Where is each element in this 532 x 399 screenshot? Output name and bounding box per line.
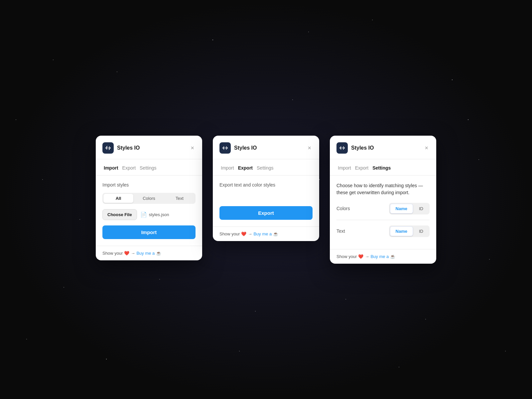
footer-heart-import: ❤️ bbox=[124, 251, 129, 256]
file-row: Choose File 📄 styles.json bbox=[102, 209, 196, 220]
tabs-import: Import Export Settings bbox=[96, 159, 202, 176]
app-icon bbox=[102, 142, 114, 154]
tabs-export: Import Export Settings bbox=[213, 159, 319, 176]
file-info: 📄 styles.json bbox=[140, 211, 169, 218]
footer-arrow-settings: → bbox=[365, 254, 369, 259]
styles-io-icon-settings bbox=[339, 145, 345, 151]
panels-container: Styles IO × Import Export Settings Impor… bbox=[96, 136, 436, 264]
import-panel: Styles IO × Import Export Settings Impor… bbox=[96, 136, 202, 260]
footer-text-export: Show your bbox=[219, 231, 240, 236]
settings-panel: Styles IO × Import Export Settings Choos… bbox=[330, 136, 436, 264]
text-label: Text bbox=[336, 228, 345, 234]
styles-io-icon bbox=[105, 145, 111, 151]
tab-export-settings[interactable]: Export bbox=[354, 165, 370, 171]
tab-export[interactable]: Export bbox=[121, 165, 137, 171]
text-settings-row: Text Name ID bbox=[336, 225, 430, 237]
footer-text-import: Show your bbox=[102, 251, 123, 256]
text-id-btn[interactable]: ID bbox=[414, 226, 429, 236]
settings-description: Choose how to identify matching styles —… bbox=[336, 182, 430, 196]
text-toggle-group: Name ID bbox=[389, 225, 430, 237]
panel-body-import: Import styles All Colors Text Choose Fil… bbox=[96, 176, 202, 246]
colors-name-btn[interactable]: Name bbox=[390, 204, 413, 213]
panel-header-settings: Styles IO × bbox=[330, 136, 436, 159]
footer-link-settings[interactable]: Buy me a ☕ bbox=[370, 254, 395, 259]
tabs-settings: Import Export Settings bbox=[330, 159, 436, 176]
panel-footer-export: Show your ❤️ → Buy me a ☕ bbox=[213, 226, 319, 241]
file-name: styles.json bbox=[149, 212, 169, 217]
footer-arrow-export: → bbox=[248, 231, 252, 236]
tab-settings-active[interactable]: Settings bbox=[371, 165, 392, 171]
filter-colors[interactable]: Colors bbox=[134, 194, 164, 203]
title-group: Styles IO bbox=[102, 142, 140, 154]
colors-id-btn[interactable]: ID bbox=[414, 204, 429, 213]
footer-link-import[interactable]: Buy me a ☕ bbox=[136, 251, 161, 256]
filter-group: All Colors Text bbox=[102, 193, 196, 204]
tab-import-settings[interactable]: Import bbox=[336, 165, 352, 171]
panel-body-export: Export text and color styles Export bbox=[213, 176, 319, 226]
footer-heart-export: ❤️ bbox=[241, 231, 246, 236]
app-icon-export bbox=[219, 142, 231, 154]
footer-link-export[interactable]: Buy me a ☕ bbox=[253, 231, 278, 236]
text-name-btn[interactable]: Name bbox=[390, 226, 413, 236]
tab-settings-export[interactable]: Settings bbox=[255, 165, 275, 171]
choose-file-button[interactable]: Choose File bbox=[102, 209, 137, 220]
file-icon: 📄 bbox=[140, 211, 147, 218]
panel-title-settings: Styles IO bbox=[351, 145, 374, 151]
footer-heart-settings: ❤️ bbox=[358, 254, 363, 259]
settings-divider bbox=[336, 220, 430, 220]
colors-settings-row: Colors Name ID bbox=[336, 203, 430, 214]
panel-title-export: Styles IO bbox=[234, 145, 257, 151]
close-button-export[interactable]: × bbox=[306, 144, 313, 152]
tab-import[interactable]: Import bbox=[102, 165, 120, 171]
colors-toggle-group: Name ID bbox=[389, 203, 430, 214]
section-title-import: Import styles bbox=[102, 182, 196, 188]
close-button-settings[interactable]: × bbox=[423, 144, 430, 152]
title-group-export: Styles IO bbox=[219, 142, 257, 154]
panel-header-export: Styles IO × bbox=[213, 136, 319, 159]
filter-text[interactable]: Text bbox=[165, 194, 195, 203]
section-title-export: Export text and color styles bbox=[219, 182, 313, 201]
export-button[interactable]: Export bbox=[219, 206, 313, 220]
colors-label: Colors bbox=[336, 206, 350, 211]
close-button-import[interactable]: × bbox=[189, 144, 196, 152]
panel-body-settings: Choose how to identify matching styles —… bbox=[330, 176, 436, 249]
tab-export-active[interactable]: Export bbox=[237, 165, 254, 171]
styles-io-icon-export bbox=[222, 145, 228, 151]
title-group-settings: Styles IO bbox=[336, 142, 374, 154]
import-button[interactable]: Import bbox=[102, 225, 196, 239]
tab-import-export[interactable]: Import bbox=[219, 165, 235, 171]
panel-title-import: Styles IO bbox=[117, 145, 140, 151]
panel-header-import: Styles IO × bbox=[96, 136, 202, 159]
filter-all[interactable]: All bbox=[103, 194, 133, 203]
tab-settings[interactable]: Settings bbox=[138, 165, 158, 171]
panel-footer-settings: Show your ❤️ → Buy me a ☕ bbox=[330, 249, 436, 264]
export-panel: Styles IO × Import Export Settings Expor… bbox=[213, 136, 319, 241]
footer-arrow-import: → bbox=[131, 251, 135, 256]
footer-text-settings: Show your bbox=[336, 254, 357, 259]
app-icon-settings bbox=[336, 142, 348, 154]
panel-footer-import: Show your ❤️ → Buy me a ☕ bbox=[96, 246, 202, 260]
